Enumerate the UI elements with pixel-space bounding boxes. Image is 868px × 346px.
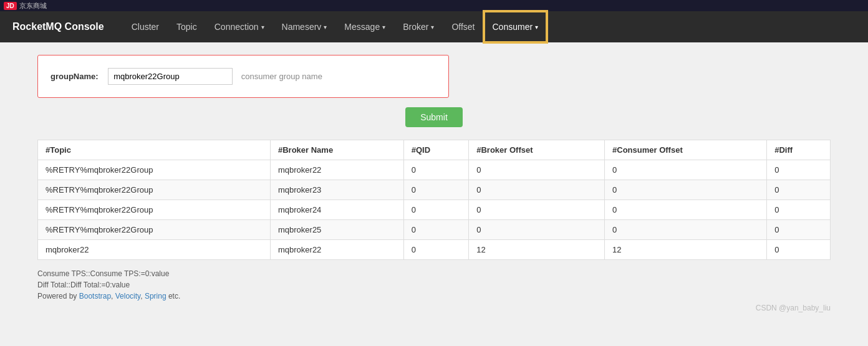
table-cell: mqbroker22 — [270, 160, 403, 180]
table-cell: 0 — [767, 160, 831, 180]
consume-tps: Consume TPS::Consume TPS:=0:value — [37, 269, 831, 278]
col-broker-name: #Broker Name — [270, 140, 403, 160]
table-row: mqbroker22mqbroker22012120 — [38, 240, 831, 260]
footer-info: Consume TPS::Consume TPS:=0:value Diff T… — [37, 269, 831, 300]
powered-by: Powered by Bootstrap, Velocity, Spring e… — [37, 292, 831, 300]
table-row: %RETRY%mqbroker22Groupmqbroker240000 — [38, 200, 831, 220]
caret-icon: ▾ — [431, 24, 434, 31]
nav-items: Cluster Topic Connection▾ Nameserv▾ Mess… — [123, 11, 547, 42]
table-cell: 0 — [469, 180, 605, 200]
watermark: CSDN @yan_baby_liu — [37, 304, 831, 312]
nav-connection[interactable]: Connection▾ — [206, 11, 273, 42]
caret-icon: ▾ — [261, 24, 264, 31]
navbar: RocketMQ Console Cluster Topic Connectio… — [0, 11, 868, 42]
table-cell: mqbroker22 — [270, 240, 403, 260]
table-cell: 0 — [403, 220, 469, 240]
table-cell: mqbroker23 — [270, 180, 403, 200]
table-cell: 0 — [403, 240, 469, 260]
table-cell: 0 — [767, 180, 831, 200]
caret-icon: ▾ — [324, 24, 327, 31]
table-body: %RETRY%mqbroker22Groupmqbroker220000%RET… — [38, 160, 831, 260]
nav-broker[interactable]: Broker▾ — [394, 11, 443, 42]
table-cell: %RETRY%mqbroker22Group — [38, 180, 271, 200]
diff-total: Diff Total::Diff Total:=0:value — [37, 281, 831, 289]
velocity-link[interactable]: Velocity — [115, 292, 140, 300]
table-row: %RETRY%mqbroker22Groupmqbroker250000 — [38, 220, 831, 240]
table-cell: mqbroker24 — [270, 200, 403, 220]
jd-logo: JD — [4, 2, 17, 10]
table-cell: %RETRY%mqbroker22Group — [38, 160, 271, 180]
submit-button[interactable]: Submit — [405, 107, 463, 127]
main-content: groupName: consumer group name Submit #T… — [0, 42, 868, 346]
groupname-label: groupName: — [51, 72, 99, 81]
table-row: %RETRY%mqbroker22Groupmqbroker230000 — [38, 180, 831, 200]
table-cell: 0 — [767, 200, 831, 220]
table-cell: %RETRY%mqbroker22Group — [38, 200, 271, 220]
caret-icon: ▾ — [382, 24, 385, 31]
brand-link[interactable]: RocketMQ Console — [12, 21, 104, 32]
table-cell: 0 — [403, 160, 469, 180]
submit-row: Submit — [37, 107, 831, 127]
table-cell: 0 — [605, 220, 767, 240]
table-cell: 0 — [605, 200, 767, 220]
nav-cluster[interactable]: Cluster — [123, 11, 168, 42]
table-cell: 0 — [469, 160, 605, 180]
col-diff: #Diff — [767, 140, 831, 160]
table-cell: 0 — [403, 200, 469, 220]
site-name: 京东商城 — [19, 1, 47, 11]
table-header: #Topic #Broker Name #QID #Broker Offset … — [38, 140, 831, 160]
table-cell: mqbroker22 — [38, 240, 271, 260]
table-cell: 0 — [469, 200, 605, 220]
table-cell: 12 — [605, 240, 767, 260]
data-table: #Topic #Broker Name #QID #Broker Offset … — [37, 140, 831, 260]
table-cell: 0 — [767, 220, 831, 240]
col-qid: #QID — [403, 140, 469, 160]
table-cell: 0 — [767, 240, 831, 260]
table-cell: 0 — [403, 180, 469, 200]
bootstrap-link[interactable]: Bootstrap — [79, 292, 111, 300]
form-card: groupName: consumer group name — [37, 55, 449, 98]
caret-icon: ▾ — [535, 24, 538, 31]
col-topic: #Topic — [38, 140, 271, 160]
table-cell: 12 — [469, 240, 605, 260]
groupname-hint: consumer group name — [241, 72, 322, 81]
table-cell: 0 — [605, 160, 767, 180]
spring-link[interactable]: Spring — [145, 292, 166, 300]
nav-consumer[interactable]: Consumer▾ — [484, 11, 547, 42]
table-row: %RETRY%mqbroker22Groupmqbroker220000 — [38, 160, 831, 180]
top-bar: JD 京东商城 — [0, 0, 868, 11]
table-cell: mqbroker25 — [270, 220, 403, 240]
table-cell: 0 — [605, 180, 767, 200]
table-cell: %RETRY%mqbroker22Group — [38, 220, 271, 240]
table-cell: 0 — [469, 220, 605, 240]
nav-offset[interactable]: Offset — [443, 11, 483, 42]
col-broker-offset: #Broker Offset — [469, 140, 605, 160]
col-consumer-offset: #Consumer Offset — [605, 140, 767, 160]
nav-nameserv[interactable]: Nameserv▾ — [273, 11, 336, 42]
nav-topic[interactable]: Topic — [168, 11, 206, 42]
nav-message[interactable]: Message▾ — [335, 11, 394, 42]
groupname-input[interactable] — [108, 68, 233, 85]
